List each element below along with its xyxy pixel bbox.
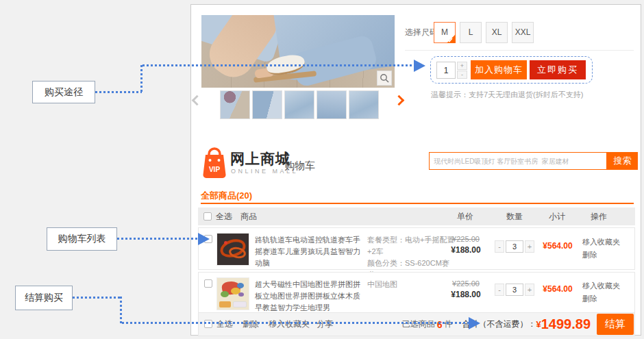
price-block: ¥225.00 ¥188.00: [443, 279, 489, 299]
quantity-stepper: - 3 +: [495, 284, 534, 296]
logo-bag-icon: VIP: [201, 146, 227, 179]
cart-footer-bar: 全选 删除 移入收藏夹 分享 已选商品 6 件 合计（不含运费）： ¥ 1499…: [198, 312, 635, 336]
annotation-dotted-line: [140, 65, 143, 93]
page-title: 购物车: [284, 160, 315, 173]
search-button[interactable]: 搜索: [607, 152, 638, 170]
annotation-arrow-icon: [469, 317, 480, 329]
selected-items-count: 6: [437, 319, 443, 330]
footer-share-link[interactable]: 分享: [317, 313, 333, 336]
annotation-dotted-line: [120, 297, 122, 323]
annotation-checkout: 结算购买: [15, 286, 73, 310]
move-to-favorites-link[interactable]: 移入收藏夹: [582, 279, 620, 292]
total-currency: ¥: [536, 319, 541, 329]
quantity-input[interactable]: [436, 62, 456, 79]
totals-group: 已选商品 6 件 合计（不含运费）： ¥ 1499.89: [402, 313, 591, 336]
site-title: 网上商城: [230, 149, 290, 168]
chevron-left-icon[interactable]: [192, 95, 203, 106]
footer-select-all-link[interactable]: 全选: [216, 313, 233, 336]
decrease-quantity-button[interactable]: -: [495, 240, 504, 253]
product-main-image[interactable]: [201, 15, 395, 88]
divider: [405, 50, 634, 51]
product-thumbnail[interactable]: [284, 90, 314, 119]
buy-now-button[interactable]: 立即购买: [530, 60, 586, 79]
col-quantity: 数量: [494, 208, 535, 225]
total-amount: 1499.89: [541, 316, 591, 332]
quantity-decrease-button[interactable]: -: [457, 71, 467, 79]
product-image-race-track[interactable]: [216, 233, 249, 266]
increase-quantity-button[interactable]: +: [525, 284, 534, 296]
annotation-dotted-line: [73, 297, 121, 299]
map-shape: [237, 283, 244, 288]
original-price: ¥225.00: [443, 279, 489, 288]
cart-row: 超大号磁性中国地图世界拼图拼板立地图世界拼图拼板立体木质早教益智力学生地理男 中…: [198, 272, 635, 313]
price-block: ¥225.00 ¥188.00: [443, 235, 489, 255]
quantity-increase-button[interactable]: +: [457, 62, 467, 70]
footer-move-to-favorites-link[interactable]: 移入收藏夹: [269, 313, 310, 336]
delete-link[interactable]: 删除: [582, 292, 620, 305]
zoom-icon[interactable]: [377, 71, 392, 86]
cart-row: 路轨轨道车电动遥控轨道赛车手摇赛道车儿童男孩玩具益智智力动脑 套餐类型：电动+手…: [198, 227, 635, 270]
checkout-button[interactable]: 结算: [597, 314, 634, 335]
move-to-favorites-link[interactable]: 移入收藏夹: [582, 236, 620, 249]
annotation-arrow-icon: [414, 60, 425, 72]
size-option-xxl[interactable]: XXL: [512, 22, 534, 43]
col-subtotal: 小计: [536, 208, 578, 225]
annotation-dotted-line: [117, 238, 198, 240]
product-thumbnail[interactable]: [317, 90, 347, 119]
delete-link[interactable]: 删除: [582, 249, 620, 262]
product-title-link[interactable]: 超大号磁性中国地图世界拼图拼板立地图世界拼图拼板立体木质早教益智力学生地理男: [255, 279, 363, 314]
search-input[interactable]: [429, 152, 607, 170]
size-option-xl[interactable]: XL: [486, 22, 508, 43]
cart-section-title: 全部商品(20): [201, 190, 252, 202]
logo-vip-text: VIP: [209, 166, 220, 173]
quantity-value: 3: [506, 284, 523, 296]
product-image-china-map[interactable]: [216, 277, 249, 310]
selected-items-label: 已选商品: [402, 318, 435, 330]
annotation-dotted-line: [95, 91, 142, 93]
quantity-value: 3: [506, 240, 523, 253]
col-actions: 操作: [578, 208, 619, 225]
map-shape: [221, 291, 229, 297]
footer-select-all-checkbox[interactable]: [204, 320, 212, 328]
annotation-dotted-line: [122, 322, 469, 324]
map-thumb-strip: [219, 301, 231, 307]
map-thumb-strip: [233, 301, 247, 307]
annotation-arrow-icon: [198, 233, 210, 245]
col-unit-price: 单价: [445, 208, 486, 225]
selected-items-unit: 件: [444, 318, 452, 330]
return-policy-tip: 温馨提示：支持7天无理由退货(拆封后不支持): [431, 90, 583, 100]
cart-table-header: 全选 商品 单价 数量 小计 操作: [198, 208, 635, 225]
row-subtotal: ¥564.00: [537, 284, 578, 294]
annotation-purchase-path: 购买途径: [32, 81, 95, 103]
current-price: ¥188.00: [443, 290, 489, 299]
decrease-quantity-button[interactable]: -: [495, 284, 504, 296]
product-thumbnail[interactable]: [220, 90, 250, 119]
row-subtotal: ¥564.00: [537, 241, 578, 251]
product-thumbnail[interactable]: [252, 90, 282, 119]
col-product: 商品: [240, 208, 257, 225]
row-actions: 移入收藏夹 删除: [582, 236, 620, 262]
product-thumbnail[interactable]: [349, 90, 379, 119]
size-selected-check-icon: [447, 38, 453, 42]
chevron-right-icon[interactable]: [394, 95, 405, 106]
current-price: ¥188.00: [443, 245, 489, 255]
map-shape: [238, 292, 244, 297]
product-title-link[interactable]: 路轨轨道车电动遥控轨道赛车手摇赛道车儿童男孩玩具益智智力动脑: [255, 234, 363, 269]
footer-delete-link[interactable]: 删除: [243, 313, 259, 336]
original-price: ¥225.00: [443, 235, 489, 243]
increase-quantity-button[interactable]: +: [525, 240, 534, 253]
row-checkbox[interactable]: [204, 279, 212, 288]
track-car-dot: [224, 241, 227, 244]
size-option-l[interactable]: L: [460, 22, 482, 43]
annotation-dotted-line: [143, 64, 414, 66]
row-actions: 移入收藏夹 删除: [582, 279, 620, 305]
section-underline: [201, 203, 634, 204]
annotation-cart-list: 购物车列表: [47, 227, 117, 251]
select-all-checkbox[interactable]: [203, 212, 212, 221]
col-select-all: 全选: [216, 208, 232, 225]
main-panel: 选择尺码: M L XL XXL + - 加入购物车 立即购买 温馨提示：支持7…: [190, 4, 641, 336]
quantity-stepper: - 3 +: [495, 240, 534, 253]
add-to-cart-button[interactable]: 加入购物车: [471, 60, 527, 79]
